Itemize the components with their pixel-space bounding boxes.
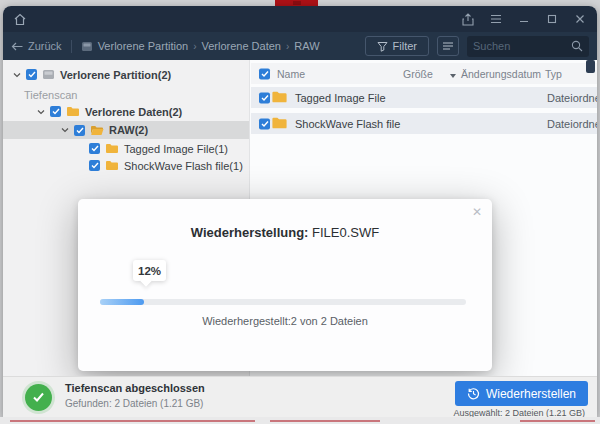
- file-row-tagged-image-file[interactable]: Tagged Image File Dateiordner: [251, 87, 597, 108]
- filter-label: Filter: [393, 40, 417, 52]
- breadcrumb-item[interactable]: Verlorene Daten: [201, 40, 281, 52]
- chevron-down-icon[interactable]: [13, 72, 21, 78]
- recover-button[interactable]: Wiederherstellen: [455, 381, 588, 406]
- search-input[interactable]: [473, 40, 571, 52]
- maximize-icon[interactable]: [545, 12, 559, 26]
- folder-icon: [105, 160, 119, 171]
- drive-icon: [42, 69, 55, 80]
- minimize-icon[interactable]: [517, 12, 531, 26]
- recover-button-label: Wiederherstellen: [486, 387, 576, 401]
- progress-percent-bubble: 12%: [133, 260, 166, 281]
- column-header-date[interactable]: Änderungsdatum: [461, 68, 541, 80]
- checkbox-checked[interactable]: [74, 125, 85, 136]
- status-bar: Tiefenscan abgeschlossen Gefunden: 2 Dat…: [3, 376, 597, 418]
- breadcrumb-item[interactable]: Verlorene Partition: [98, 40, 189, 52]
- tree-item-label: Verlorene Daten(2): [85, 106, 182, 118]
- progress-percent: 12%: [138, 265, 161, 277]
- tree-item-verlorene-partition[interactable]: Verlorene Partition(2): [3, 66, 249, 83]
- checkbox-checked[interactable]: [259, 92, 270, 103]
- file-list-header: Name Größe Änderungsdatum Typ: [251, 63, 597, 84]
- share-icon[interactable]: [461, 12, 475, 26]
- partition-icon: [81, 41, 93, 52]
- dialog-status-text: Wiederhergestellt:2 von 2 Dateien: [78, 315, 492, 327]
- tree-item-label: Tiefenscan: [24, 89, 77, 101]
- checkbox-checked[interactable]: [50, 106, 61, 117]
- scrollbar-thumb[interactable]: [586, 60, 595, 73]
- breadcrumb-separator: ›: [193, 41, 196, 52]
- view-options-button[interactable]: [437, 36, 459, 56]
- column-header-name[interactable]: Name: [277, 68, 305, 80]
- tree-item-shockwave-flash-file[interactable]: ShockWave Flash file(1): [3, 157, 249, 174]
- checkbox-checked[interactable]: [89, 143, 100, 154]
- tree-item-verlorene-daten[interactable]: Verlorene Daten(2): [3, 103, 249, 120]
- tree-item-tagged-image-file[interactable]: Tagged Image File(1): [3, 140, 249, 157]
- restore-clock-icon: [467, 387, 480, 400]
- back-label: Zurück: [28, 40, 62, 52]
- titlebar: [3, 6, 597, 32]
- breadcrumb: Verlorene Partition › Verlorene Daten › …: [81, 40, 320, 52]
- dialog-close-icon[interactable]: ✕: [472, 205, 482, 219]
- tree-item-raw[interactable]: RAW(2): [3, 121, 249, 139]
- select-all-checkbox[interactable]: [259, 68, 270, 79]
- scan-result-text: Tiefenscan abgeschlossen Gefunden: 2 Dat…: [65, 382, 205, 409]
- scan-found-summary: Gefunden: 2 Dateien (1.21 GB): [65, 398, 205, 409]
- checkbox-checked[interactable]: [89, 160, 100, 171]
- recovery-dialog: ✕ Wiederherstellung: FILE0.SWF 12% Wiede…: [78, 199, 492, 371]
- file-type: Dateiordner: [547, 92, 597, 104]
- background-red-line: [520, 420, 595, 422]
- background-red-line: [10, 420, 255, 422]
- file-type: Dateiordner: [547, 118, 597, 130]
- tree-item-tiefenscan[interactable]: Tiefenscan: [3, 86, 249, 103]
- scan-status-title: Tiefenscan abgeschlossen: [65, 382, 205, 394]
- tree-item-label: Verlorene Partition(2): [60, 69, 171, 81]
- dialog-title: Wiederherstellung: FILE0.SWF: [78, 225, 492, 240]
- chevron-down-icon[interactable]: [37, 109, 45, 115]
- home-icon[interactable]: [13, 12, 27, 26]
- close-icon[interactable]: [573, 12, 587, 26]
- file-name: ShockWave Flash file: [295, 118, 400, 130]
- back-arrow-icon: [11, 42, 23, 51]
- folder-icon: [271, 90, 288, 105]
- column-header-type[interactable]: Typ: [545, 68, 562, 80]
- background-tab-logo: [293, 1, 301, 5]
- folder-icon: [66, 106, 80, 117]
- sort-caret-icon[interactable]: [450, 68, 456, 80]
- toolbar: Zurück Verlorene Partition › Verlorene D…: [3, 32, 597, 60]
- back-button[interactable]: Zurück: [11, 40, 62, 52]
- dialog-title-filename: FILE0.SWF: [308, 225, 379, 240]
- breadcrumb-separator: ›: [286, 41, 289, 52]
- chevron-down-icon[interactable]: [61, 127, 69, 133]
- success-check-icon: [25, 384, 52, 411]
- checkbox-checked[interactable]: [26, 69, 37, 80]
- breadcrumb-item[interactable]: RAW: [294, 40, 319, 52]
- folder-open-icon: [90, 125, 104, 136]
- app-window: Zurück Verlorene Partition › Verlorene D…: [3, 6, 597, 418]
- tree-item-label: Tagged Image File(1): [124, 143, 228, 155]
- list-view-icon: [442, 41, 454, 51]
- search-icon[interactable]: [571, 40, 583, 52]
- column-header-size[interactable]: Größe: [403, 68, 433, 80]
- tree-item-label: RAW(2): [109, 124, 148, 136]
- folder-icon: [105, 143, 119, 154]
- filter-funnel-icon: [377, 41, 388, 52]
- filter-button[interactable]: Filter: [365, 36, 429, 56]
- folder-icon: [271, 116, 288, 131]
- toolbar-divider: [71, 40, 72, 53]
- checkbox-checked[interactable]: [259, 118, 270, 129]
- tree-item-label: ShockWave Flash file(1): [124, 160, 243, 172]
- background-page-strip: [0, 417, 600, 424]
- dialog-title-label: Wiederherstellung:: [191, 225, 309, 240]
- background-red-line: [270, 420, 380, 422]
- menu-icon[interactable]: [489, 12, 503, 26]
- file-row-shockwave-flash-file[interactable]: ShockWave Flash file Dateiordner: [251, 113, 597, 134]
- search-box: [467, 36, 589, 57]
- progress-bar: [100, 299, 466, 305]
- progress-fill: [100, 299, 144, 305]
- file-name: Tagged Image File: [295, 92, 386, 104]
